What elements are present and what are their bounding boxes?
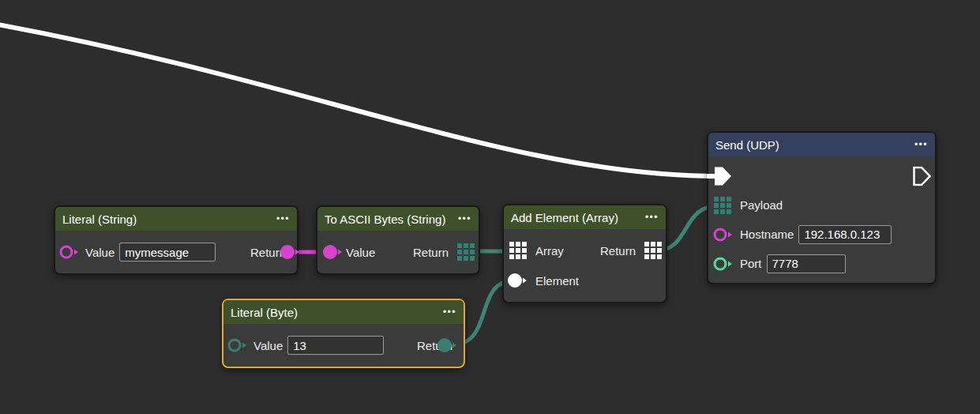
pin-label-return: Return (600, 244, 636, 258)
node-header[interactable]: Literal (Byte) ••• (223, 300, 464, 324)
node-row: Payload (708, 190, 935, 220)
node-menu-icon[interactable]: ••• (914, 140, 928, 149)
node-send-udp[interactable]: Send (UDP) ••• (707, 131, 937, 284)
node-row: Element (504, 265, 666, 295)
byte-array-input-pin[interactable] (714, 197, 731, 214)
node-title: Add Element (Array) (511, 211, 618, 224)
node-header[interactable]: Literal (String) ••• (55, 207, 297, 231)
node-menu-icon[interactable]: ••• (443, 307, 456, 317)
node-menu-icon[interactable]: ••• (645, 213, 659, 222)
node-header[interactable]: Add Element (Array) ••• (504, 205, 666, 229)
pin-label-hostname: Hostname (740, 228, 794, 241)
hostname-input[interactable] (798, 225, 892, 244)
node-row: Value Return (223, 330, 464, 360)
object-input-pin[interactable] (507, 272, 528, 289)
node-title: Literal (Byte) (231, 306, 298, 319)
value-input[interactable] (119, 243, 216, 262)
node-literal-string[interactable]: Literal (String) ••• Value Return (54, 205, 299, 275)
byte-output-pin[interactable] (437, 337, 457, 354)
node-row: Value Return (317, 237, 479, 267)
string-input-pin[interactable] (58, 243, 79, 261)
node-menu-icon[interactable]: ••• (276, 214, 290, 224)
string-output-pin[interactable] (280, 243, 300, 261)
node-literal-byte[interactable]: Literal (Byte) ••• Value Return (222, 299, 465, 368)
pin-label-value: Value (253, 339, 283, 352)
port-input[interactable] (767, 254, 846, 273)
exec-output-pin[interactable] (913, 166, 931, 186)
pin-label-value: Value (85, 246, 115, 259)
node-row: Port (708, 249, 935, 278)
pin-label-value: Value (346, 246, 375, 259)
pin-label-payload: Payload (740, 198, 783, 212)
node-row: Hostname (708, 220, 935, 249)
byte-array-output-pin[interactable] (457, 243, 475, 261)
node-header[interactable]: To ASCII Bytes (String) ••• (317, 207, 479, 231)
node-title: To ASCII Bytes (String) (325, 213, 445, 226)
pin-label-port: Port (740, 257, 762, 270)
array-output-pin[interactable] (644, 242, 662, 259)
node-to-ascii-bytes[interactable]: To ASCII Bytes (String) ••• Value Return (316, 205, 480, 275)
node-title: Literal (String) (62, 213, 137, 226)
pin-label-array: Array (535, 244, 564, 258)
node-menu-icon[interactable]: ••• (458, 214, 471, 224)
exec-input-pin[interactable] (714, 166, 732, 186)
pin-label-return: Return (413, 246, 449, 259)
node-editor-canvas[interactable]: Literal (String) ••• Value Return (0, 0, 980, 414)
byte-input-pin[interactable] (227, 337, 247, 354)
integer-input-pin[interactable] (712, 255, 733, 273)
node-row: Value Return (55, 237, 297, 267)
node-row: Array Return (504, 235, 666, 265)
value-input[interactable] (287, 336, 384, 355)
pin-label-element: Element (535, 274, 579, 288)
string-input-pin[interactable] (322, 243, 343, 261)
wire-exec[interactable] (0, 24, 719, 176)
node-row-exec (708, 161, 935, 190)
node-add-element[interactable]: Add Element (Array) ••• Array Return (502, 204, 667, 303)
node-title: Send (UDP) (715, 138, 779, 152)
array-input-pin[interactable] (509, 242, 527, 259)
node-header[interactable]: Send (UDP) ••• (708, 133, 935, 156)
string-input-pin[interactable] (712, 226, 733, 243)
